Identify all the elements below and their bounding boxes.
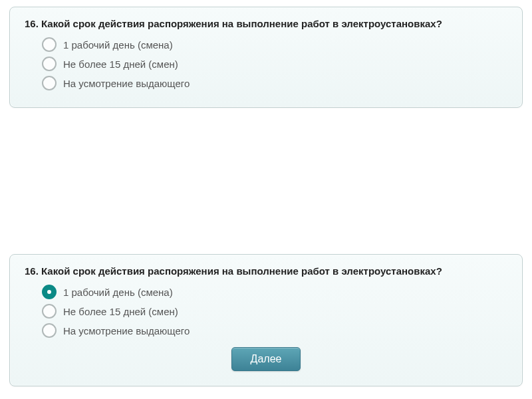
option-label: Не более 15 дней (смен) (63, 59, 178, 70)
option-2[interactable]: Не более 15 дней (смен) (42, 304, 507, 319)
radio-icon-selected (42, 285, 57, 299)
question-text: 16. Какой срок действия распоряжения на … (25, 18, 507, 29)
radio-icon (42, 37, 57, 52)
option-1[interactable]: 1 рабочий день (смена) (42, 285, 507, 299)
option-2[interactable]: Не более 15 дней (смен) (42, 57, 507, 71)
option-1[interactable]: 1 рабочий день (смена) (42, 37, 507, 52)
radio-icon (42, 76, 57, 90)
options-group: 1 рабочий день (смена) Не более 15 дней … (42, 37, 507, 90)
spacer (9, 114, 523, 254)
option-3[interactable]: На усмотрение выдающего (42, 76, 507, 90)
radio-icon (42, 323, 57, 338)
option-label: 1 рабочий день (смена) (63, 39, 173, 51)
question-card-2: 16. Какой срок действия распоряжения на … (9, 254, 523, 386)
question-card-1: 16. Какой срок действия распоряжения на … (9, 7, 523, 108)
option-label: Не более 15 дней (смен) (63, 306, 178, 317)
option-3[interactable]: На усмотрение выдающего (42, 323, 507, 338)
next-button[interactable]: Далее (231, 347, 301, 371)
option-label: На усмотрение выдающего (63, 325, 190, 336)
question-text: 16. Какой срок действия распоряжения на … (25, 265, 507, 277)
button-row: Далее (25, 347, 507, 371)
radio-icon (42, 57, 57, 71)
option-label: 1 рабочий день (смена) (63, 287, 173, 298)
options-group: 1 рабочий день (смена) Не более 15 дней … (42, 285, 507, 338)
radio-icon (42, 304, 57, 319)
option-label: На усмотрение выдающего (63, 78, 190, 89)
